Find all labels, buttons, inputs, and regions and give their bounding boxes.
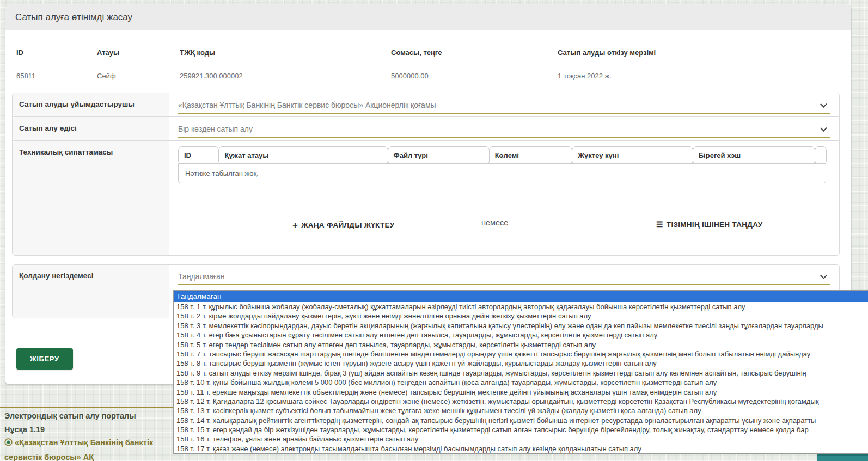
file-table-empty-message: Нәтиже табылған жоқ. (178, 163, 826, 183)
page-background: { "page": { "title": "Сатып алуға өтінім… (0, 0, 868, 461)
tech-spec-label: Техникалық сипаттамасы (13, 141, 169, 255)
emblem-icon (4, 437, 13, 451)
dropdown-option-selected[interactable]: Таңдалмаған (174, 291, 868, 302)
summary-cell-amount: 5000000.00 (391, 72, 558, 80)
summary-cell-period: 1 тоқсан 2022 ж. (558, 72, 840, 80)
justification-select[interactable]: Таңдалмаған (178, 268, 830, 285)
organizer-select-value: «Қазақстан Ұлттық Банкінің Банктік серви… (178, 96, 830, 109)
dropdown-option[interactable]: 158 т. 12 т. Қағидаларға 12-қосымшаға сә… (174, 397, 868, 406)
card-header: Сатып алуға өтінімді жасау (5, 4, 851, 30)
footer-version: Нұсқа 1.19 (4, 423, 174, 437)
method-row: Сатып алу әдісі Бір көзден сатып алу (13, 117, 839, 141)
justification-dropdown-options: 158 т. 1 т. құрылыс бойынша жобалау (жоб… (174, 302, 868, 453)
dropdown-option[interactable]: 158 т. 9 т. сатып алуды өткізу мерзімі і… (174, 368, 868, 378)
summary-col-name: Атауы (97, 48, 180, 57)
summary-col-code: ТЖҚ коды (180, 48, 391, 57)
file-col-size: Көлемі (489, 146, 573, 164)
dropdown-option[interactable]: 158 т. 11 т. ерекше маңызды мемлекеттік … (174, 388, 868, 397)
pick-from-list-button[interactable]: ТІЗІМНІҢ ІШІНЕН ТАҢДАУ (656, 220, 762, 229)
dropdown-option[interactable]: 158 т. 1 т. құрылыс бойынша жобалау (жоб… (174, 302, 868, 311)
form-block-main: Сатып алуды ұйымдастырушы «Қазақстан Ұлт… (12, 93, 840, 256)
file-table-header: ID Құжат атауы Файл түрі Көлемі Жүктеу к… (178, 146, 826, 164)
file-col-docname: Құжат атауы (218, 146, 388, 164)
organizer-select[interactable]: «Қазақстан Ұлттық Банкінің Банктік серви… (178, 96, 830, 114)
method-label: Сатып алу әдісі (13, 117, 169, 140)
justification-label: Қолдану негіздемесі (13, 265, 169, 318)
summary-header-row: ID Атауы ТЖҚ коды Сомасы, теңге Сатып ал… (12, 39, 845, 64)
footer: Электрондық сатып алу порталы Нұсқа 1.19… (4, 409, 174, 461)
method-select[interactable]: Бір көзден сатып алу (178, 120, 830, 138)
table-row: 65811 Сейф 259921.300.000002 5000000.00 … (12, 64, 845, 89)
summary-cell-code: 259921.300.000002 (180, 72, 391, 80)
summary-col-amount: Сомасы, теңге (391, 48, 558, 57)
justification-select-value: Таңдалмаған (178, 268, 830, 281)
dropdown-option[interactable]: 158 т. 14 т. халықаралық рейтингтік аген… (174, 416, 868, 425)
dropdown-option[interactable]: 158 т. 2 т. кірме жолдарды пайдалану қыз… (174, 311, 868, 321)
tech-actions-row: ЖАҢА ФАЙЛДЫ ЖҮКТЕУ немесе ТІЗІМНІҢ ІШІНЕ… (169, 218, 839, 232)
dropdown-option[interactable]: 158 т. 13 т. кәсіпкерлік қызмет субъекті… (174, 406, 868, 415)
file-col-filetype: Файл түрі (388, 146, 490, 164)
dropdown-option[interactable]: 158 т. 10 т. құны бойынша жылдық көлемі … (174, 378, 868, 387)
summary-col-id: ID (16, 48, 97, 57)
tech-spec-row: Техникалық сипаттамасы ID Құжат атауы Фа… (13, 141, 839, 255)
method-select-value: Бір көзден сатып алу (178, 120, 830, 133)
footer-portal-name: Электрондық сатып алу порталы (4, 409, 174, 423)
summary-col-period: Сатып алуды өткізу мерзімі (558, 48, 840, 57)
footer-company-link[interactable]: «Қазақстан Ұлттық Банкінің банктік серви… (4, 436, 174, 461)
dropdown-option[interactable]: 158 т. 8 т. тапсырыс беруші қызметін (жұ… (174, 359, 868, 368)
footer-company-text: «Қазақстан Ұлттық Банкінің банктік серви… (4, 438, 153, 461)
dropdown-option[interactable]: 158 т. 5 т. егер тендер тәсілімен сатып … (174, 340, 868, 349)
justification-dropdown-list: Таңдалмаған 158 т. 1 т. құрылыс бойынша … (173, 290, 868, 454)
organizer-label: Сатып алуды ұйымдастырушы (13, 93, 169, 116)
dropdown-option[interactable]: 158 т. 4 т. егер баға ұсыныстарын сұрату… (174, 330, 868, 340)
dropdown-option[interactable]: 158 т. 17 т. қағаз және (немесе) электро… (174, 444, 868, 453)
dropdown-option[interactable]: 158 т. 7 т. тапсырыс беруші жасасқан шар… (174, 349, 868, 359)
dropdown-option[interactable]: 158 т. 3 т. мемлекеттік кәсіпорындардан,… (174, 321, 868, 330)
summary-table: ID Атауы ТЖҚ коды Сомасы, теңге Сатып ал… (12, 39, 845, 89)
submit-button[interactable]: ЖІБЕРУ (16, 348, 73, 370)
organizer-row: Сатып алуды ұйымдастырушы «Қазақстан Ұлт… (13, 93, 839, 117)
file-col-uploaddate: Жүктеу күні (572, 146, 693, 164)
chat-widget-bar[interactable] (817, 454, 868, 461)
file-col-id: ID (178, 146, 219, 164)
file-col-empty (815, 146, 827, 164)
or-separator-text: немесе (481, 218, 508, 227)
summary-cell-name: Сейф (97, 72, 180, 80)
dropdown-option[interactable]: 158 т. 16 т. телефон, ұялы және арнайы б… (174, 434, 868, 444)
summary-cell-id: 65811 (16, 72, 97, 80)
upload-new-file-button[interactable]: ЖАҢА ФАЙЛДЫ ЖҮКТЕУ (292, 220, 394, 231)
dropdown-option[interactable]: 158 т. 15 т. егер қандай да бір жеткізуш… (174, 425, 868, 434)
page-title: Сатып алуға өтінімді жасау (15, 12, 132, 23)
file-col-hash: Бірегей хэш (693, 146, 815, 164)
